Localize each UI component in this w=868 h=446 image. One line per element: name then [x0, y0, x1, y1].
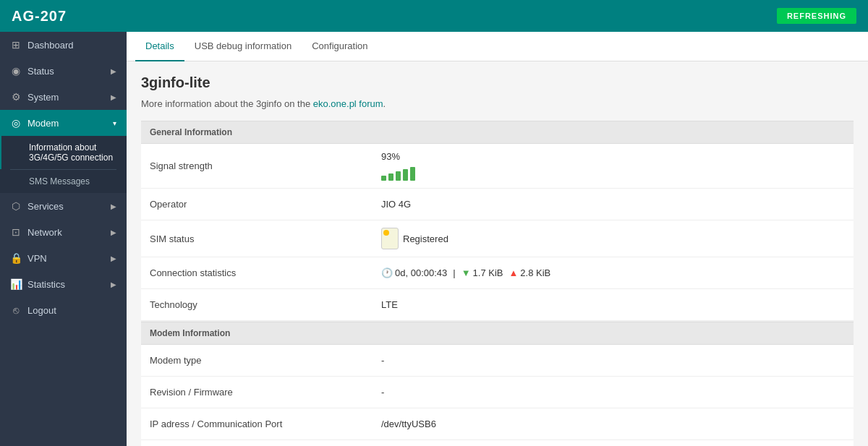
- table-row: Modem type -: [141, 345, 854, 377]
- table-row: Technology LTE: [141, 289, 854, 321]
- table-row: Protocol -: [141, 440, 854, 446]
- network-icon: ⊡: [10, 226, 22, 238]
- table-row: Connection statistics 🕐 0d, 00:00:43 | ▼…: [141, 257, 854, 289]
- system-icon: ⚙: [10, 91, 22, 103]
- submenu-item-3ginfo[interactable]: Information about 3G/4G/5G connection: [0, 136, 127, 169]
- main-layout: ⊞ Dashboard ◉ Status ▶ ⚙ System ▶ ◎ Mode…: [0, 32, 868, 446]
- modem-type-label: Modem type: [141, 345, 373, 376]
- sidebar-item-label: System: [27, 92, 59, 103]
- sidebar-item-modem[interactable]: ◎ Modem ▾: [0, 110, 127, 136]
- table-row: Signal strength 93%: [141, 144, 854, 189]
- table-row: Revision / Firmware -: [141, 377, 854, 408]
- dashboard-icon: ⊞: [10, 39, 22, 51]
- tab-usb-debug[interactable]: USB debug information: [184, 32, 302, 61]
- sidebar-item-services[interactable]: ⬡ Services ▶: [0, 193, 127, 219]
- chevron-right-icon: ▶: [111, 67, 116, 75]
- technology-value: LTE: [373, 289, 854, 320]
- sim-dot: [383, 230, 389, 236]
- signal-display: 93%: [381, 151, 415, 181]
- chevron-right-icon: ▶: [111, 280, 116, 288]
- ip-port-label: IP adress / Communication Port: [141, 408, 373, 439]
- sidebar-item-system[interactable]: ⚙ System ▶: [0, 84, 127, 110]
- technology-label: Technology: [141, 289, 373, 320]
- logout-icon: ⎋: [10, 304, 22, 316]
- statistics-icon: 📊: [10, 278, 22, 290]
- app-title: AG-207: [12, 8, 67, 25]
- operator-label: Operator: [141, 189, 373, 220]
- signal-percent: 93%: [381, 151, 400, 162]
- subtitle-text: More information about the 3ginfo on the: [141, 98, 313, 109]
- separator: |: [453, 267, 455, 278]
- content-area: Details USB debug information Configurat…: [127, 32, 868, 446]
- sidebar-item-status[interactable]: ◉ Status ▶: [0, 58, 127, 84]
- sim-status-text: Registered: [403, 233, 448, 244]
- page-subtitle: More information about the 3ginfo on the…: [141, 98, 854, 109]
- sidebar-item-label: Services: [27, 201, 64, 212]
- submenu-item-sms[interactable]: SMS Messages: [0, 170, 127, 193]
- conn-time: 0d, 00:00:43: [395, 267, 447, 278]
- operator-value: JIO 4G: [373, 189, 854, 220]
- modem-type-value: -: [373, 345, 854, 376]
- up-stat: ▲ 2.8 KiB: [509, 267, 550, 278]
- tabs-bar: Details USB debug information Configurat…: [127, 32, 868, 61]
- table-row: IP adress / Communication Port /dev/ttyU…: [141, 408, 854, 440]
- stats-display: 🕐 0d, 00:00:43 | ▼ 1.7 KiB ▲ 2.8 KiB: [381, 267, 550, 278]
- chevron-right-icon: ▶: [111, 228, 116, 236]
- sidebar-item-label: Logout: [27, 305, 56, 316]
- page-content: 3ginfo-lite More information about the 3…: [127, 61, 868, 446]
- signal-strength-value: 93%: [373, 144, 854, 188]
- conn-stats-value: 🕐 0d, 00:00:43 | ▼ 1.7 KiB ▲ 2.8 KiB: [373, 257, 854, 288]
- modem-submenu: Information about 3G/4G/5G connection SM…: [0, 136, 127, 193]
- bar-5: [410, 167, 415, 181]
- submenu-label: Information about 3G/4G/5G connection: [29, 142, 113, 163]
- upload-icon: ▲: [509, 267, 518, 278]
- signal-bars: [381, 165, 415, 181]
- sim-status-label: SIM status: [141, 220, 373, 257]
- bar-1: [381, 176, 386, 181]
- table-row: Operator JIO 4G: [141, 189, 854, 220]
- bar-2: [388, 173, 393, 181]
- vpn-icon: 🔒: [10, 252, 22, 264]
- chevron-right-icon: ▶: [111, 93, 116, 101]
- protocol-label: Protocol: [141, 440, 373, 446]
- sim-card-icon: [381, 228, 399, 249]
- topbar: AG-207 REFRESHING: [0, 0, 868, 32]
- services-icon: ⬡: [10, 200, 22, 212]
- sidebar-item-logout[interactable]: ⎋ Logout: [0, 297, 127, 323]
- sidebar-item-network[interactable]: ⊡ Network ▶: [0, 219, 127, 245]
- sidebar-item-vpn[interactable]: 🔒 VPN ▶: [0, 245, 127, 271]
- modem-info-table: Modem type - Revision / Firmware - IP ad…: [141, 345, 854, 446]
- sidebar: ⊞ Dashboard ◉ Status ▶ ⚙ System ▶ ◎ Mode…: [0, 32, 127, 446]
- refresh-button[interactable]: REFRESHING: [777, 8, 856, 24]
- submenu-label: SMS Messages: [29, 176, 90, 186]
- sidebar-item-label: Dashboard: [27, 40, 74, 51]
- clock-icon: 🕐: [381, 267, 393, 278]
- up-value: 2.8 KiB: [520, 267, 550, 278]
- sidebar-item-dashboard[interactable]: ⊞ Dashboard: [0, 32, 127, 58]
- modem-icon: ◎: [10, 117, 22, 129]
- forum-link[interactable]: eko.one.pl forum: [313, 98, 383, 109]
- firmware-value: -: [373, 377, 854, 408]
- chevron-right-icon: ▶: [111, 202, 116, 210]
- status-icon: ◉: [10, 65, 22, 77]
- down-value: 1.7 KiB: [473, 267, 503, 278]
- tab-details[interactable]: Details: [135, 32, 184, 61]
- sidebar-item-statistics[interactable]: 📊 Statistics ▶: [0, 271, 127, 297]
- tab-configuration[interactable]: Configuration: [302, 32, 378, 61]
- general-info-header: General Information: [141, 121, 854, 144]
- subtitle-suffix: .: [383, 98, 386, 109]
- firmware-label: Revision / Firmware: [141, 377, 373, 408]
- bar-3: [396, 171, 401, 181]
- signal-strength-label: Signal strength: [141, 144, 373, 188]
- sidebar-item-label: Status: [27, 66, 54, 77]
- page-title: 3ginfo-lite: [141, 74, 854, 91]
- general-info-table: Signal strength 93%: [141, 144, 854, 322]
- chevron-down-icon: ▾: [113, 119, 116, 127]
- time-stat: 🕐 0d, 00:00:43: [381, 267, 447, 278]
- modem-info-header: Modem Information: [141, 322, 854, 345]
- table-row: SIM status Registered: [141, 220, 854, 257]
- sidebar-item-label: Modem: [27, 118, 59, 129]
- conn-stats-label: Connection statistics: [141, 257, 373, 288]
- sidebar-item-label: VPN: [27, 253, 47, 264]
- protocol-value: -: [373, 440, 854, 446]
